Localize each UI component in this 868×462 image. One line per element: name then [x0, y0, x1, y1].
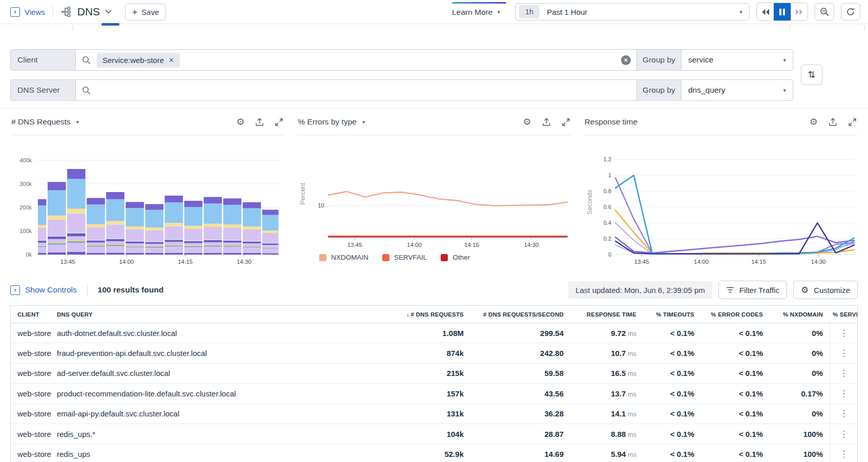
refresh-button[interactable] — [841, 3, 860, 20]
save-label: Save — [141, 8, 159, 16]
column-header-error-codes[interactable]: % ERROR CODES — [701, 311, 770, 318]
cell-timeouts: < 0.1% — [643, 450, 701, 458]
dns-results-table: CLIENT DNS QUERY ↓# DNS REQUESTS # DNS R… — [10, 305, 858, 462]
response-time-panel: Response time ⚙ Seconds0 — [584, 109, 858, 264]
column-header-client[interactable]: CLIENT — [11, 311, 57, 318]
cell-nxdomain: 0% — [770, 329, 830, 338]
errors-chart[interactable]: Percent1013:4514:0014:1514:30 — [297, 135, 571, 250]
time-range-picker[interactable]: 1h Past 1 Hour ▾ — [515, 3, 750, 20]
filter-tag[interactable]: Service:web-store ✕ — [97, 53, 180, 68]
row-menu-kebab-icon[interactable]: ⋮ — [830, 404, 857, 424]
cell-response-time: 8.88ms — [570, 430, 643, 438]
cell-timeouts: < 0.1% — [643, 430, 701, 438]
row-menu-kebab-icon[interactable]: ⋮ — [830, 343, 857, 363]
gear-icon[interactable]: ⚙ — [236, 117, 244, 127]
customize-button[interactable]: ⚙ Customize — [793, 281, 858, 299]
svg-text:13:45: 13:45 — [634, 259, 649, 264]
svg-text:14:00: 14:00 — [119, 259, 134, 264]
response-time-chart[interactable]: Seconds00.20.40.60.811.213:4514:0014:151… — [584, 135, 858, 264]
cell-timeouts: < 0.1% — [643, 389, 701, 398]
views-button[interactable]: › Views — [10, 7, 45, 17]
chevron-down-icon[interactable] — [105, 10, 112, 14]
dns-server-group-by-select[interactable]: dns_query ▾ — [681, 79, 793, 101]
export-icon[interactable] — [255, 118, 264, 127]
table-row[interactable]: web-storeproduct-recommendation-lite.def… — [11, 384, 857, 404]
table-row[interactable]: web-storeredis_ups.*104k28.878.88ms< 0.1… — [11, 424, 857, 444]
pause-icon — [779, 9, 785, 15]
column-header-timeouts[interactable]: % TIMEOUTS — [643, 311, 701, 318]
show-controls-button[interactable]: › Show Controls — [10, 285, 77, 295]
expand-icon[interactable] — [562, 118, 570, 127]
row-menu-kebab-icon[interactable]: ⋮ — [830, 323, 857, 343]
fast-forward-button[interactable] — [791, 3, 808, 20]
legend-item[interactable]: Other — [441, 254, 470, 261]
legend-label: SERVFAIL — [394, 254, 427, 261]
column-header-dns-query[interactable]: DNS QUERY — [57, 311, 394, 318]
unit-label: ms — [628, 330, 636, 338]
filter-section: Client Service:web-store ✕ ✕ Group by se… — [10, 49, 793, 101]
caret-down-icon: ▾ — [739, 9, 742, 15]
gear-icon: ⚙ — [801, 285, 809, 296]
column-header-requests-per-second[interactable]: # DNS REQUESTS/SECOND — [470, 311, 570, 318]
svg-text:0.4: 0.4 — [603, 220, 611, 226]
charts-section: # DNS Requests ▾ ⚙ — [0, 108, 868, 264]
cell-requests: 215k — [394, 369, 470, 377]
cell-response-time: 16.5ms — [570, 369, 643, 377]
row-menu-kebab-icon[interactable]: ⋮ — [830, 424, 857, 444]
legend-label: Other — [452, 254, 470, 261]
results-count: 100 results found — [98, 285, 163, 295]
remove-tag-icon[interactable]: ✕ — [169, 56, 174, 64]
rewind-button[interactable] — [757, 3, 774, 20]
results-bar-divider — [87, 284, 88, 296]
cell-nxdomain: 0% — [770, 349, 830, 358]
response-time-title: Response time — [585, 117, 637, 127]
gear-icon[interactable]: ⚙ — [810, 117, 818, 127]
row-menu-kebab-icon[interactable]: ⋮ — [830, 364, 857, 383]
cell-dns-query: ad-server.default.svc.cluster.local — [57, 369, 394, 377]
column-header-requests[interactable]: ↓# DNS REQUESTS — [394, 311, 470, 318]
table-row[interactable]: web-storeredis_ups52.9k14.695.94ms< 0.1%… — [11, 444, 857, 462]
export-icon[interactable] — [542, 118, 551, 127]
playback-controls — [756, 3, 808, 21]
column-header-response-time[interactable]: RESPONSE TIME — [570, 311, 643, 318]
table-row[interactable]: web-storefraud-prevention-api.default.sv… — [11, 343, 857, 363]
table-row[interactable]: web-storeauth-dotnet.default.svc.cluster… — [11, 323, 857, 343]
svg-text:14:00: 14:00 — [407, 242, 422, 248]
table-row[interactable]: web-storeemail-api-py.default.svc.cluste… — [11, 404, 857, 424]
svg-text:14:00: 14:00 — [694, 259, 709, 264]
tabbar-divider-fragment — [73, 25, 73, 31]
save-button[interactable]: + Save — [125, 4, 166, 20]
filter-traffic-button[interactable]: Filter Traffic — [718, 281, 787, 299]
unit-label: ms — [628, 370, 636, 377]
dns-server-search-input[interactable] — [76, 79, 637, 101]
cell-timeouts: < 0.1% — [643, 349, 701, 358]
page-title-group[interactable]: DNS — [60, 6, 112, 18]
filter-icon — [726, 286, 734, 293]
legend-item[interactable]: NXDOMAIN — [319, 254, 368, 261]
cell-dns-query: redis_ups — [57, 450, 394, 458]
swap-filters-button[interactable]: ⇅ — [801, 65, 822, 85]
fast-forward-icon — [795, 9, 803, 15]
table-row[interactable]: web-storead-server.default.svc.cluster.l… — [11, 364, 857, 384]
client-group-by-select[interactable]: service ▾ — [681, 49, 793, 71]
export-icon[interactable] — [829, 118, 837, 127]
gear-icon[interactable]: ⚙ — [523, 117, 531, 127]
row-menu-kebab-icon[interactable]: ⋮ — [830, 384, 857, 403]
clear-search-icon[interactable]: ✕ — [621, 55, 631, 65]
dns-requests-chart[interactable]: 0k100k200k300k400k13:4514:0014:1514:30 — [10, 135, 284, 264]
show-controls-label: Show Controls — [25, 285, 77, 295]
errors-title-dropdown[interactable]: % Errors by type ▾ — [298, 117, 365, 127]
client-search-input[interactable]: Service:web-store ✕ ✕ — [76, 49, 637, 71]
expand-icon[interactable] — [275, 118, 283, 127]
learn-more-menu[interactable]: Learn More ▾ — [452, 1, 502, 24]
column-header-servfail[interactable]: % SERVFAIL — [830, 311, 857, 318]
dns-requests-title-dropdown[interactable]: # DNS Requests ▾ — [11, 117, 79, 127]
client-group-by-value: service — [688, 55, 713, 65]
row-menu-kebab-icon[interactable]: ⋮ — [830, 444, 857, 462]
zoom-out-button[interactable] — [815, 3, 834, 20]
column-header-nxdomain[interactable]: % NXDOMAIN — [770, 311, 830, 318]
legend-item[interactable]: SERVFAIL — [382, 254, 427, 261]
pause-button[interactable] — [774, 3, 791, 20]
svg-text:14:15: 14:15 — [751, 259, 766, 264]
expand-icon[interactable] — [848, 118, 857, 127]
